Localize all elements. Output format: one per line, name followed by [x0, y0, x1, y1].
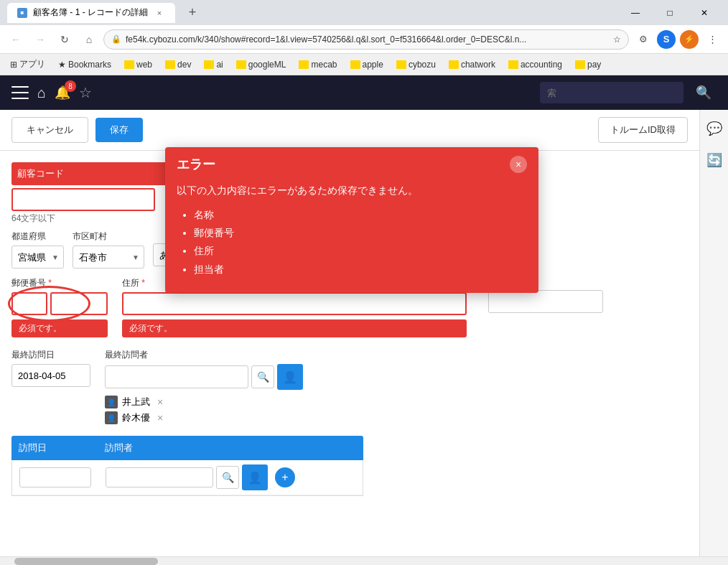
bookmark-pay[interactable]: pay	[571, 58, 605, 71]
bookmark-bookmarks[interactable]: ★ Bookmarks	[54, 58, 116, 71]
bookmark-apple[interactable]: apple	[346, 58, 388, 71]
bookmarks-bar: ⊞ アプリ ★ Bookmarks web dev ai googleML me…	[0, 54, 728, 75]
address-text: fe54k.cybozu.com/k/340/show#record=1&l.v…	[126, 34, 609, 45]
app-wrapper: ⌂ 🔔 8 ☆ 🔍 キャンセル 保存 トルーム	[0, 75, 728, 565]
window-controls: — □ ✕	[619, 0, 721, 25]
folder-icon	[236, 60, 246, 69]
close-button[interactable]: ✕	[688, 0, 721, 25]
error-modal-close-button[interactable]: ×	[510, 156, 527, 173]
bookmark-mecab[interactable]: mecab	[294, 58, 341, 71]
title-bar: ■ 顧客名簿 - 1 - レコードの詳細 × + — □ ✕	[0, 0, 728, 25]
bookmark-cybozu[interactable]: cybozu	[392, 58, 440, 71]
profile-ext-avatar: ⚡	[680, 30, 699, 49]
bookmark-ai[interactable]: ai	[200, 58, 227, 71]
folder-icon	[449, 60, 459, 69]
bookmark-apps[interactable]: ⊞ アプリ	[6, 57, 50, 72]
profile-s-button[interactable]: S	[656, 29, 676, 50]
folder-icon	[204, 60, 214, 69]
bookmark-web[interactable]: web	[120, 58, 157, 71]
error-item-4: 担当者	[194, 261, 527, 279]
folder-icon	[165, 60, 175, 69]
bookmark-googleml[interactable]: googleML	[232, 58, 291, 71]
home-button[interactable]: ⌂	[79, 29, 99, 50]
folder-icon	[508, 60, 518, 69]
minimize-button[interactable]: —	[619, 0, 652, 25]
address-bar[interactable]: 🔒 fe54k.cybozu.com/k/340/show#record=1&l…	[103, 29, 629, 50]
error-modal-description: 以下の入力内容にエラーがあるため保存できません。	[177, 185, 527, 197]
error-modal-body: 以下の入力内容にエラーがあるため保存できません。 名称 郵便番号 住所 担当者	[165, 179, 538, 293]
bookmark-chatwork[interactable]: chatwork	[444, 58, 500, 71]
forward-button[interactable]: →	[30, 29, 50, 50]
tab-favicon: ■	[17, 8, 27, 18]
app-content: ⌂ 🔔 8 ☆ 🔍 キャンセル 保存 トルーム	[0, 75, 728, 565]
navigation-bar: ← → ↻ ⌂ 🔒 fe54k.cybozu.com/k/340/show#re…	[0, 25, 728, 54]
star-bookmark-icon[interactable]: ☆	[613, 34, 621, 45]
folder-icon	[299, 60, 309, 69]
apps-grid-icon: ⊞	[10, 60, 17, 70]
bookmark-dev[interactable]: dev	[161, 58, 195, 71]
error-item-1: 名称	[194, 206, 527, 224]
new-tab-button[interactable]: +	[182, 3, 202, 23]
tab-close-button[interactable]: ×	[154, 7, 165, 19]
active-tab[interactable]: ■ 顧客名簿 - 1 - レコードの詳細 ×	[7, 3, 175, 23]
error-modal-list: 名称 郵便番号 住所 担当者	[177, 206, 527, 279]
profile-ext-button[interactable]: ⚡	[679, 29, 699, 50]
error-modal-title: エラー	[177, 156, 215, 173]
lock-icon: 🔒	[111, 34, 121, 44]
folder-icon	[350, 60, 360, 69]
back-button[interactable]: ←	[6, 29, 26, 50]
bookmark-accounting[interactable]: accounting	[504, 58, 566, 71]
extensions-button[interactable]: ⚙	[633, 29, 653, 50]
error-modal-header: エラー ×	[165, 147, 538, 179]
menu-button[interactable]: ⋮	[702, 29, 722, 50]
error-item-3: 住所	[194, 242, 527, 260]
nav-actions: ⚙ S ⚡ ⋮	[633, 29, 722, 50]
folder-icon	[575, 60, 585, 69]
folder-icon	[396, 60, 406, 69]
refresh-button[interactable]: ↻	[55, 29, 75, 50]
tab-title: 顧客名簿 - 1 - レコードの詳細	[33, 6, 148, 19]
folder-icon	[124, 60, 134, 69]
maximize-button[interactable]: □	[653, 0, 686, 25]
star-icon: ★	[58, 60, 66, 70]
error-modal-overlay: エラー × 以下の入力内容にエラーがあるため保存できません。 名称 郵便番号 住…	[0, 110, 728, 556]
error-modal: エラー × 以下の入力内容にエラーがあるため保存できません。 名称 郵便番号 住…	[165, 147, 538, 293]
error-item-2: 郵便番号	[194, 224, 527, 242]
main-area: キャンセル 保存 トルームID取得 顧客コード 64文字以下	[0, 110, 728, 556]
profile-s-avatar: S	[657, 30, 676, 49]
